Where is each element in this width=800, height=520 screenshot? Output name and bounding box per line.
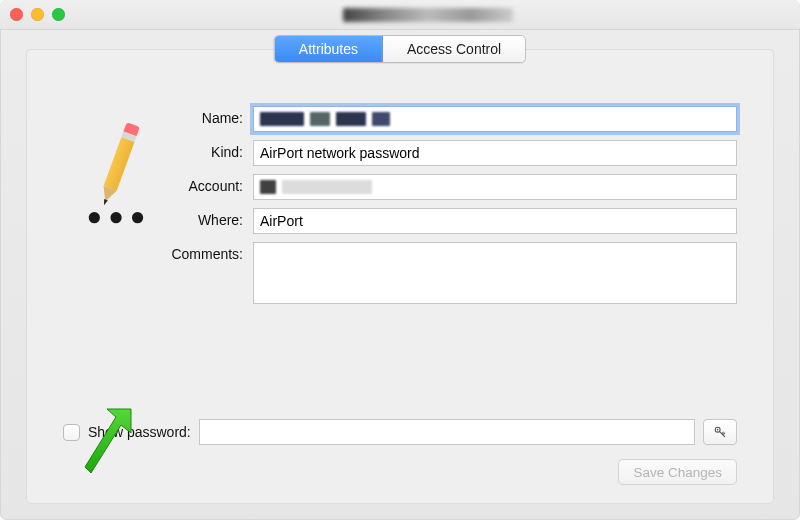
titlebar [0,0,800,30]
name-field[interactable] [253,106,737,132]
content-panel: Attributes Access Control ●●● Name: [26,49,774,504]
password-row: Show password: [63,419,737,445]
kind-field[interactable] [253,140,737,166]
show-password-label: Show password: [88,424,191,440]
comments-label: Comments: [63,242,253,262]
svg-point-1 [717,429,719,431]
keychain-item-icon: ●●● [71,122,167,223]
zoom-button[interactable] [52,8,65,21]
close-button[interactable] [10,8,23,21]
pencil-icon [98,122,140,206]
tab-attributes[interactable]: Attributes [275,36,383,62]
traffic-lights [10,8,65,21]
tab-segmented-control: Attributes Access Control [274,35,526,63]
key-icon [713,425,727,439]
password-dots-icon: ●●● [71,210,167,223]
reveal-password-button[interactable] [703,419,737,445]
keychain-item-window: Attributes Access Control ●●● Name: [0,0,800,520]
show-password-checkbox[interactable] [63,424,80,441]
comments-field[interactable] [253,242,737,304]
minimize-button[interactable] [31,8,44,21]
window-title [65,8,790,22]
password-field[interactable] [199,419,695,445]
tab-access-control[interactable]: Access Control [383,36,525,62]
account-field[interactable] [253,174,737,200]
save-changes-button[interactable]: Save Changes [618,459,737,485]
where-field[interactable] [253,208,737,234]
